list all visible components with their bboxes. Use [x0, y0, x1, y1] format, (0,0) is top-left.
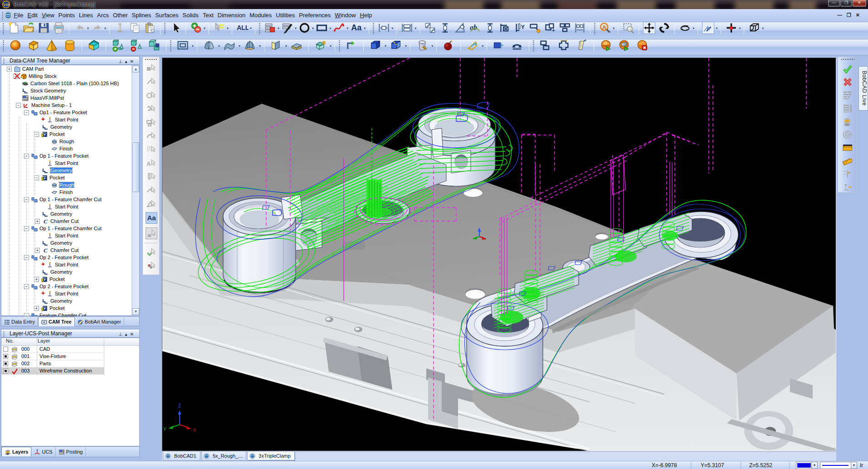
- svg-text:ALL: ALL: [237, 24, 249, 31]
- svg-text:C: C: [44, 247, 48, 253]
- svg-text:Z: Z: [178, 403, 181, 408]
- svg-text:V25: V25: [3, 3, 9, 7]
- svg-text:Y: Y: [521, 24, 525, 30]
- svg-text:A: A: [602, 24, 607, 31]
- svg-text:C: C: [44, 218, 48, 224]
- svg-text:X: X: [193, 428, 196, 433]
- svg-text:A: A: [146, 160, 151, 167]
- svg-text:Y: Y: [163, 427, 166, 432]
- svg-text:Aa: Aa: [351, 23, 362, 32]
